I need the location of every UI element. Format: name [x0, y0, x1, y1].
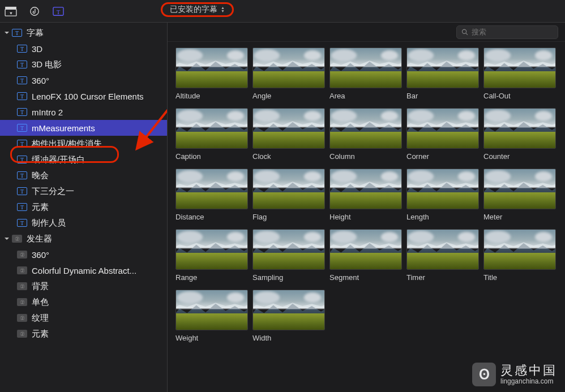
grid-item[interactable]: Title	[483, 229, 557, 282]
thumbnail	[329, 169, 402, 209]
thumbnail	[406, 48, 479, 88]
grid-item[interactable]: Altitude	[176, 48, 249, 100]
grid-item-label: Flag	[252, 213, 326, 221]
grid-item[interactable]: Distance	[176, 169, 249, 221]
tree-item-label: 纹理	[32, 313, 49, 324]
grid-item[interactable]: Range	[176, 229, 249, 282]
tree-item[interactable]: ② 纹理	[0, 310, 167, 326]
tree-item-label: 下三分之一	[32, 186, 74, 197]
grid-item[interactable]: Width	[252, 290, 326, 342]
grid-item-label: Angle	[252, 92, 326, 100]
grid-item-label: Column	[329, 152, 403, 161]
clapper-icon[interactable]	[5, 6, 17, 16]
music-icon[interactable]	[28, 6, 41, 16]
tree-item[interactable]: T 元素	[0, 199, 167, 215]
thumbnail	[252, 290, 325, 330]
thumbnail	[483, 108, 556, 149]
search-box[interactable]	[456, 25, 558, 39]
grid-item-label: Segment	[329, 273, 403, 282]
tree-item[interactable]: T LenoFX 100 Cursor Elements	[0, 88, 167, 104]
tree-item[interactable]: ② 单色	[0, 294, 167, 310]
grid-item-label: Call-Out	[483, 92, 557, 100]
dropdown-label: 已安装的字幕	[170, 5, 217, 15]
grid-item[interactable]: Area	[329, 48, 403, 100]
grid-item-label: Width	[252, 334, 326, 342]
tree-item[interactable]: T mMeasurements	[0, 120, 167, 136]
grid-item[interactable]: Timer	[406, 229, 480, 282]
tree-item-label: 3D	[32, 44, 42, 54]
tree-item-label: mMeasurements	[32, 123, 95, 133]
grid-item[interactable]: Flag	[252, 169, 326, 221]
tree-item-label: mIntro 2	[32, 107, 63, 117]
tree-item[interactable]: T 晚会	[0, 167, 167, 183]
category-dropdown[interactable]: 已安装的字幕 ▲▼	[164, 3, 230, 16]
tree-group[interactable]: ② 发生器	[0, 231, 167, 247]
grid-item[interactable]: Height	[329, 169, 403, 221]
grid-item[interactable]: Angle	[252, 48, 326, 100]
thumbnail	[176, 229, 248, 270]
tree-item[interactable]: T 缓冲器/开场白	[0, 152, 167, 167]
tree-item-label: Colorful Dynamic Abstract...	[32, 266, 136, 275]
grid-item[interactable]: Call-Out	[483, 48, 557, 100]
tree-item[interactable]: ② 元素	[0, 326, 167, 342]
thumbnail	[329, 108, 402, 149]
tree-item[interactable]: T 下三分之一	[0, 183, 167, 199]
title-icon: T	[17, 156, 27, 163]
title-icon: T	[17, 140, 27, 148]
grid-item[interactable]: Caption	[176, 108, 249, 161]
grid-item[interactable]: Column	[329, 108, 403, 161]
tree-item[interactable]: T 3D	[0, 41, 167, 57]
thumbnail	[329, 48, 402, 88]
thumbnail	[176, 169, 248, 209]
grid-item-label: Area	[329, 92, 403, 100]
tree-item[interactable]: T 360°	[0, 72, 167, 88]
tree-item[interactable]: T 制作人员	[0, 215, 167, 231]
grid-item[interactable]: Meter	[483, 169, 557, 221]
grid-item[interactable]: Corner	[406, 108, 480, 161]
grid-item-label: Meter	[483, 213, 557, 221]
thumbnail	[176, 108, 248, 149]
thumbnail	[252, 229, 325, 270]
thumbnail	[252, 48, 325, 88]
svg-line-7	[466, 33, 468, 35]
grid-item-label: Sampling	[252, 273, 326, 282]
tree-item[interactable]: ② Colorful Dynamic Abstract...	[0, 262, 167, 278]
generator-icon: ②	[17, 298, 27, 306]
content-panel: Altitude Angle Area Bar Call-Out Caption…	[168, 23, 565, 392]
grid-item[interactable]: Sampling	[252, 229, 326, 282]
tree-item[interactable]: T mIntro 2	[0, 104, 167, 120]
svg-text:T: T	[57, 8, 61, 15]
grid-item[interactable]: Counter	[483, 108, 557, 161]
grid-item[interactable]: Length	[406, 169, 480, 221]
tree-item[interactable]: T 3D 电影	[0, 57, 167, 72]
grid-item[interactable]: Clock	[252, 108, 326, 161]
generator-icon: ②	[17, 282, 27, 290]
tree-group-label: 发生器	[27, 234, 52, 244]
title-icon: T	[17, 219, 27, 227]
watermark-logo: ʘ	[472, 363, 496, 386]
titles-icon[interactable]: T	[52, 6, 65, 16]
grid-item[interactable]: Weight	[176, 290, 249, 342]
thumbnail	[176, 290, 248, 330]
grid-item[interactable]: Segment	[329, 229, 403, 282]
thumbnail-grid: Altitude Angle Area Bar Call-Out Caption…	[176, 48, 565, 342]
thumbnail	[329, 229, 402, 270]
grid-item-label: Timer	[406, 273, 480, 282]
tree-item[interactable]: ② 背景	[0, 278, 167, 294]
updown-icon: ▲▼	[221, 6, 225, 13]
title-icon: T	[17, 203, 27, 211]
generator-icon: ②	[17, 266, 27, 274]
grid-item-label: Range	[176, 273, 249, 282]
top-toolbar: T 已安装的字幕 ▲▼	[0, 0, 565, 23]
tree-item-label: 缓冲器/开场白	[32, 154, 85, 165]
watermark-en: lingganchina.com	[500, 378, 557, 385]
generator-folder-icon: ②	[12, 235, 22, 243]
search-input[interactable]	[472, 28, 553, 36]
tree-item[interactable]: T 构件出现/构件消失	[0, 136, 167, 152]
tree-item-label: 360°	[32, 76, 49, 85]
tree-group[interactable]: T 字幕	[0, 25, 167, 41]
tree-item-label: 360°	[32, 250, 49, 260]
thumbnail	[483, 229, 556, 270]
tree-item[interactable]: ② 360°	[0, 247, 167, 262]
grid-item[interactable]: Bar	[406, 48, 480, 100]
